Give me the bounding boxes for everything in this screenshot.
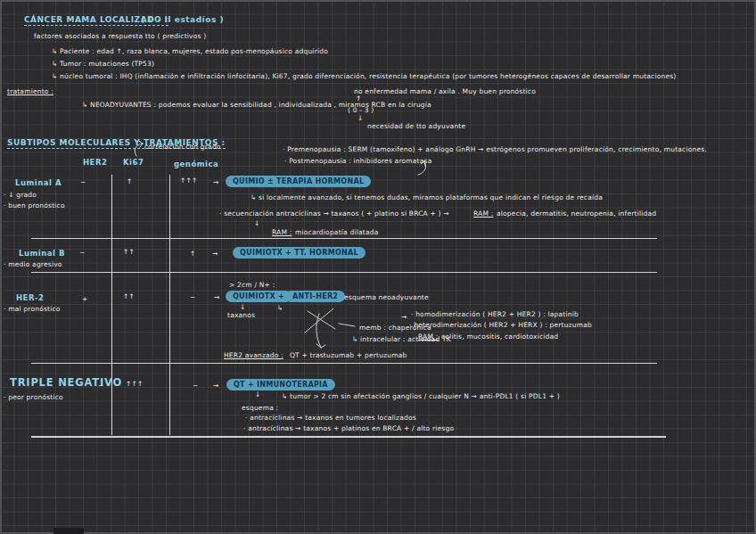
- postmenopause-note: · Postmenopausia : inhibidores aromatasa: [284, 157, 431, 166]
- arrow-down-anthracycline: ↓: [254, 219, 259, 228]
- her2-criteria-note: > 2cm / N+ :: [229, 281, 275, 290]
- her2-advanced-label: HER2 avanzado :: [224, 351, 284, 360]
- row-her2-label: HER-2: [16, 293, 44, 302]
- col-header-genomics: genómica: [174, 160, 218, 168]
- table-vertical-rule-2: [169, 175, 170, 435]
- her2-advanced-treatment: QT + trastuzumab + pertuzumab: [290, 351, 407, 360]
- factor-tumor: ↳ Tumor : mutaciones (TP53): [52, 60, 154, 69]
- arrow-right-luminal-a: →: [213, 178, 218, 187]
- luminal-a-ki67-value: ↑: [127, 177, 132, 186]
- tn-immuno-criteria: ↳ tumor > 2 cm sin afectación ganglios /…: [282, 392, 560, 401]
- ram-label-anthracycline: RAM :: [272, 228, 292, 237]
- row-triple-negative-label: TRIPLE NEGATIVO: [10, 378, 122, 387]
- bottom-edge-tab: [53, 528, 84, 534]
- tn-her2-value: −: [98, 382, 103, 390]
- tn-genomics-value: −: [193, 382, 198, 390]
- tn-ki67-value: ↑↑↑: [126, 380, 143, 389]
- luminal-b-her2-value: −: [79, 249, 85, 258]
- factor-tumor-niche: ↳ núcleo tumoral : IHQ (inflamación e in…: [52, 72, 676, 81]
- table-row-rule-triple-negative: [31, 436, 666, 438]
- table-vertical-rule-1: [111, 175, 112, 435]
- her2-prognosis: · mal pronóstico: [4, 305, 61, 314]
- grade-correlation-note: correlación con grado: [144, 143, 221, 152]
- arrow-right-her2: →: [214, 293, 219, 302]
- treatment-heading: tratamiento :: [7, 87, 53, 96]
- luminal-a-her2-value: −: [80, 178, 86, 187]
- tn-treatment-pill: QT + INMUNOTERAPIA: [226, 379, 335, 390]
- col-header-her2: HER2: [83, 158, 107, 167]
- luminal-b-ki67-value: ↑↑: [123, 248, 135, 257]
- her2-treatment-pill-1: QUIMIOTX +: [226, 291, 292, 302]
- title-stage: ( 0 - II estadíos ): [141, 15, 224, 24]
- arrow-right-dimerization: →: [401, 313, 407, 322]
- table-row-rule-luminal-b: [31, 272, 657, 273]
- premenopause-note: · Premenopausia : SERM (tamoxifeno) + an…: [283, 145, 707, 154]
- tn-scheme-brca: · antracíclinas → taxanos + platinos en …: [243, 424, 454, 433]
- luminal-a-grade-note: · ↓ grado: [4, 191, 37, 200]
- col-header-ki67: Ki67: [123, 158, 144, 167]
- luminal-a-genomics-value: ↑↑↑: [180, 177, 197, 185]
- hook-anti-her2: ↳: [277, 304, 283, 313]
- adjuvant-need-note: necesidad de tto adyuvante: [367, 122, 465, 131]
- anthracycline-ram-note: miocardiopatía dilatada: [295, 228, 378, 237]
- luminal-a-treatment-pill: QUIMIO ± TERAPIA HORMONAL: [226, 176, 371, 187]
- luminal-b-aggressiveness: · medio agresivo: [4, 260, 62, 269]
- arrow-right-luminal-b: →: [212, 250, 218, 259]
- luminal-a-sequence-note: · secuenciación antracíclinas → taxanos …: [219, 209, 449, 218]
- factor-patient: ↳ Paciente : edad ↑, raza blanca, mujere…: [52, 47, 328, 56]
- her2-ki67-value: ↑↑: [123, 292, 135, 301]
- ram-label-qt: RAM :: [473, 209, 493, 218]
- homodimerization-note: · homodimerización ( HER2 + HER2 ) : lap…: [411, 310, 579, 319]
- her2-ram-list: colitis, mucositis, cardiotoxicidad: [441, 333, 558, 341]
- her2-genomics-value: −: [190, 293, 195, 302]
- her2-receptor-sketch: [305, 308, 355, 348]
- her2-scheme-note: esquema neoadyuvante: [344, 293, 429, 302]
- arrow-down-rcb: ↓: [357, 114, 363, 123]
- luminal-a-prognosis: · buen pronóstico: [4, 201, 65, 210]
- tn-prognosis: · peor pronóstico: [4, 393, 63, 402]
- arrow-up-rcb: ↑: [356, 94, 361, 103]
- luminal-a-ram-list: alopecia, dermatitis, neutropenia, infer…: [497, 209, 656, 218]
- her2-her2-value: +: [82, 295, 87, 304]
- predictive-factors-heading: factores asociados a respuesta tto ( pre…: [34, 32, 206, 41]
- luminal-b-treatment-pill: QUIMIOTX + TT. HORMONAL: [233, 247, 366, 259]
- tn-scheme-localized: · antracíclinas → taxanos en tumores loc…: [245, 414, 416, 423]
- notes-page: CÁNCER MAMA LOCALIZADO :( 0 - II estadío…: [0, 0, 756, 534]
- her2-treatment-pill-2: ANTI-HER2: [285, 291, 345, 302]
- arrow-right-tn: →: [213, 382, 218, 390]
- ram-label-her2: RAM :: [418, 333, 438, 341]
- no-disease-note: no enfermedad mama / axila . Muy buen pr…: [354, 87, 536, 96]
- table-row-rule-her2: [31, 363, 657, 364]
- luminal-a-platforms-note: ↳ si localmente avanzado, si tenemos dud…: [251, 193, 603, 202]
- heterodimerization-note: · heterodimerización ( HER2 + HERX ) : p…: [409, 321, 592, 330]
- tn-scheme-label: esquema :: [242, 404, 278, 413]
- table-row-rule-luminal-a: [31, 238, 657, 239]
- row-luminal-b-label: Luminal B: [19, 249, 65, 258]
- neoadjuvant-line: ↳ NEOADYUVANTES : podemos evaluar la sen…: [82, 101, 431, 110]
- arrow-down-tn: ↓: [255, 390, 260, 399]
- luminal-b-genomics-value: ↑: [190, 250, 195, 259]
- row-luminal-a-label: Luminal A: [15, 178, 62, 187]
- her2-taxanes-note: taxanos: [227, 311, 255, 320]
